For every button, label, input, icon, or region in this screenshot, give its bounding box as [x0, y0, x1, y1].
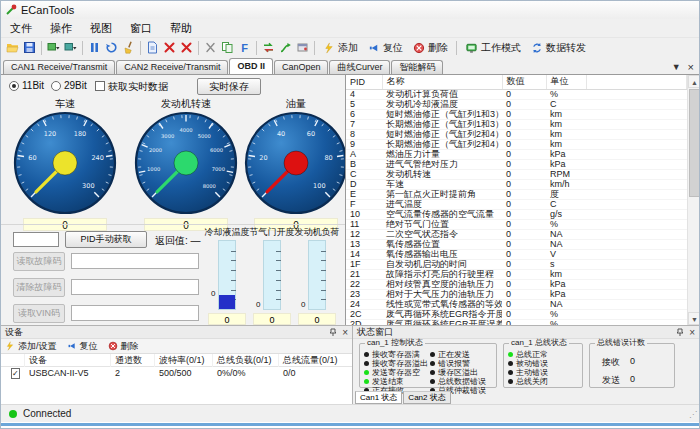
table-row[interactable]: D车速0km/h	[346, 179, 687, 189]
read-vin-field[interactable]	[71, 305, 199, 321]
menu-item[interactable]: 文件	[1, 19, 41, 38]
status-tab[interactable]: Can2 状态	[403, 391, 450, 404]
device-checkbox[interactable]: ✓	[11, 368, 20, 379]
reset-button[interactable]: 复位	[363, 39, 408, 57]
open-file-icon[interactable]	[4, 39, 21, 56]
table-row[interactable]: 24线性或宽带式氧传感器的等效比0NA	[346, 299, 687, 309]
table-row[interactable]: E第一缸点火正时提前角0度	[346, 189, 687, 199]
col-pid[interactable]: PID	[346, 75, 382, 89]
work-mode-button[interactable]: 工作模式	[460, 39, 526, 57]
tab-scroll-down-icon[interactable]: ▼	[672, 62, 681, 72]
table-row[interactable]: 9长期燃油修正（气缸列2和4）0km	[346, 139, 687, 149]
table-row[interactable]: F进气温度0C	[346, 199, 687, 209]
pause-icon[interactable]	[86, 39, 103, 56]
cancel-send-icon[interactable]	[161, 39, 178, 56]
scroll-down-icon[interactable]: ▼	[688, 312, 700, 325]
copy-icon[interactable]	[219, 39, 236, 56]
clear-dtc-button[interactable]: 清除故障码	[13, 278, 65, 297]
menu-item[interactable]: 帮助	[161, 19, 201, 38]
cancel-all-icon[interactable]	[178, 39, 195, 56]
radio-11bit[interactable]	[9, 81, 19, 91]
table-row[interactable]: A燃油压力计量0kPa	[346, 149, 687, 159]
read-dtc-field[interactable]	[71, 253, 199, 269]
refresh-icon[interactable]	[103, 39, 120, 56]
window-tool-icon[interactable]	[294, 39, 311, 56]
table-row[interactable]: 13氧传感器位置0NA	[346, 239, 687, 249]
start-device-icon[interactable]	[45, 39, 62, 56]
send-frame-icon[interactable]	[144, 39, 161, 56]
table-row[interactable]: 23相对于大气压力的油轨压力0kPa	[346, 289, 687, 299]
table-row[interactable]: 7长期燃油修正（气缸列1和3）0km	[346, 119, 687, 129]
table-row[interactable]: 4发动机计算负荷值0%	[346, 89, 687, 99]
connect-icon[interactable]	[277, 39, 294, 56]
data-forward-button[interactable]: 数据转发	[526, 39, 591, 57]
read-vin-button[interactable]: 读取VIN码	[13, 304, 65, 323]
radio-29bit-label: 29Bit	[64, 80, 87, 91]
table-row[interactable]: 14氧传感器输出电压0V	[346, 249, 687, 259]
group-title: 总线错误计数	[595, 339, 647, 347]
col-load[interactable]: 总线负载(0/1)	[213, 354, 279, 367]
tab-close-icon[interactable]: ×	[688, 61, 694, 73]
table-scrollbar[interactable]: ▲ ▼	[687, 75, 700, 325]
table-row[interactable]: 8短时燃油修正（气缸列2和4）0km	[346, 129, 687, 139]
menu-item[interactable]: 视图	[81, 19, 121, 38]
scrollbar-thumb[interactable]	[689, 89, 700, 197]
col-device[interactable]: 设备	[25, 354, 111, 367]
col-name[interactable]: 名称	[382, 75, 502, 89]
table-row[interactable]: 12二次空气状态指令0NA	[346, 229, 687, 239]
cut-icon[interactable]	[202, 39, 219, 56]
resize-grip[interactable]: ⋰	[689, 410, 697, 419]
pid-manual-input[interactable]	[13, 232, 59, 247]
col-value[interactable]: 数值	[502, 75, 546, 89]
bar-tick	[276, 270, 281, 271]
clear-icon[interactable]	[120, 39, 137, 56]
clear-dtc-field[interactable]	[71, 279, 199, 295]
table-row[interactable]: B进气气管绝对压力0kPa	[346, 159, 687, 169]
table-row[interactable]: 5发动机冷却液温度0C	[346, 99, 687, 109]
col-flow[interactable]: 总线流量(0/1)	[279, 354, 343, 367]
filter-icon[interactable]: F	[236, 39, 253, 56]
tx-counter-label: 发送	[602, 374, 620, 387]
tab--curver[interactable]: 曲线Curver	[329, 60, 390, 74]
scroll-up-icon[interactable]: ▲	[688, 75, 700, 88]
table-row[interactable]: 6短时燃油修正（气缸列1和3）0km	[346, 109, 687, 119]
col-baud[interactable]: 波特率(0/1)	[155, 354, 213, 367]
col-unit[interactable]: 单位	[546, 75, 586, 89]
pid-table: PID 名称 数值 单位 4发动机计算负荷值0%5发动机冷却液温度0C6短时燃油…	[346, 75, 687, 325]
table-row[interactable]: 11绝对节气门位置0%	[346, 219, 687, 229]
read-dtc-button[interactable]: 读取故障码	[13, 252, 65, 271]
pin-icon[interactable]	[329, 328, 337, 337]
add-button[interactable]: 添加	[318, 39, 363, 57]
table-row[interactable]: 1F自发动机启动的时间0s	[346, 259, 687, 269]
realtime-save-button[interactable]: 实时保存	[197, 78, 261, 95]
status-tab[interactable]: Can1 状态	[355, 391, 402, 404]
table-row[interactable]: 22相对歧管真空度的油轨压力0kPa	[346, 279, 687, 289]
save-file-icon[interactable]	[21, 39, 38, 56]
panel-close-icon[interactable]: ×	[342, 327, 348, 338]
device-delete-button[interactable]: 删除	[121, 340, 139, 353]
device-row[interactable]: ✓ USBCAN-II-V5 2 500/500 0%/0% 0/0	[1, 367, 352, 380]
tab--[interactable]: 智能解码	[391, 60, 443, 74]
tab-can2-receive-transmit[interactable]: CAN2 Receive/Transmit	[116, 60, 228, 74]
realtime-data-checkbox[interactable]	[95, 81, 105, 91]
device-reset-button[interactable]: 复位	[80, 340, 98, 353]
col-channels[interactable]: 通道数	[111, 354, 155, 367]
table-row[interactable]: 2C废气再循环系统EGR指令开度0%	[346, 309, 687, 319]
radio-29bit[interactable]	[51, 81, 61, 91]
stop-device-icon[interactable]	[62, 39, 79, 56]
tab-obd-ii[interactable]: OBD II	[229, 58, 273, 74]
device-add-settings-button[interactable]: 添加/设置	[18, 340, 57, 353]
pid-table-header[interactable]: PID 名称 数值 单位	[346, 75, 687, 89]
menu-item[interactable]: 操作	[41, 19, 81, 38]
delete-button[interactable]: 删除	[408, 39, 453, 57]
pid-manual-get-button[interactable]: PID手动获取	[65, 231, 147, 248]
swap-icon[interactable]	[260, 39, 277, 56]
panel-close-icon[interactable]: ×	[689, 327, 695, 338]
table-row[interactable]: 21故障指示灯亮后的行驶里程0km	[346, 269, 687, 279]
table-row[interactable]: C发动机转速0RPM	[346, 169, 687, 179]
menu-item[interactable]: 窗口	[121, 19, 161, 38]
tab-canopen[interactable]: CanOpen	[274, 60, 329, 74]
pin-icon[interactable]	[676, 328, 684, 337]
table-row[interactable]: 10空气流量传感器的空气流量0g/s	[346, 209, 687, 219]
tab-can1-receive-transmit[interactable]: CAN1 Receive/Transmit	[3, 60, 115, 74]
